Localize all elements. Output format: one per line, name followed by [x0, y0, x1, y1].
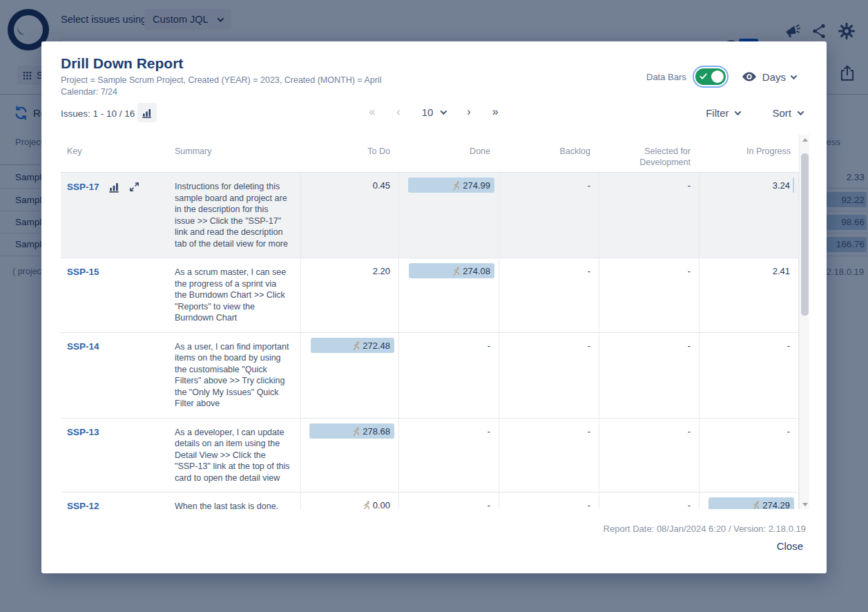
column-header-selected: Selected for Development: [599, 135, 699, 172]
toggle-knob: [711, 70, 724, 83]
todo-cell: 2.20: [300, 258, 398, 332]
bg-value-text: 166.76: [836, 239, 868, 249]
scroll-down-arrow[interactable]: [800, 499, 810, 509]
data-bars-label: Data Bars: [646, 72, 686, 82]
cell-value: 278.68: [351, 426, 390, 437]
cell-value: -: [688, 266, 691, 276]
column-header-key: Key: [61, 135, 169, 172]
sort-dropdown[interactable]: Sort: [772, 107, 803, 119]
table-row: SSP-14As a user, I can find important it…: [61, 333, 799, 419]
chevron-down-icon: [441, 108, 447, 115]
bg-value-text: 2.33: [847, 172, 868, 182]
cell-value: 2.41: [773, 266, 790, 276]
cell-value-text: -: [588, 266, 590, 276]
cell-value: -: [588, 500, 590, 509]
page: Select issues using Custom JQL: [0, 0, 868, 612]
inprogress-cell: 3.24: [699, 173, 799, 258]
cell-value: 0.45: [373, 180, 390, 191]
issue-key-link[interactable]: SSP-14: [67, 341, 99, 352]
bg-value-text: 92.22: [841, 195, 868, 205]
scroll-up-arrow[interactable]: [800, 135, 810, 144]
key-cell: SSP-13: [61, 419, 169, 493]
backlog-cell: -: [499, 493, 599, 509]
page-first-button[interactable]: «: [369, 106, 376, 118]
runner-icon: [362, 500, 372, 509]
cell-value-text: 272.48: [363, 341, 390, 351]
table-row: SSP-17Instructions for deleting this sam…: [61, 173, 799, 258]
done-cell: 274.99: [398, 173, 499, 258]
page-size-value: 10: [422, 106, 434, 118]
cell-value: -: [488, 500, 490, 509]
page-size-dropdown[interactable]: 10: [422, 106, 447, 118]
chevron-down-icon: [791, 73, 798, 79]
selected-cell: -: [599, 419, 699, 493]
column-header-summary: Summary: [169, 135, 300, 172]
data-bars-toggle[interactable]: [695, 68, 726, 85]
todo-cell: 272.48: [300, 333, 398, 418]
summary-cell: As a scrum master, I can see the progres…: [169, 258, 300, 332]
cell-value-text: 0.45: [373, 180, 390, 191]
close-button[interactable]: Close: [777, 540, 803, 552]
chevron-down-icon: [798, 108, 804, 115]
column-header-done: Done: [398, 135, 499, 172]
chevron-down-icon: [735, 108, 742, 115]
check-icon: [700, 73, 707, 80]
bar-chart-icon: [108, 181, 120, 193]
cell-value: -: [787, 341, 790, 351]
column-header-backlog: Backlog: [499, 135, 599, 172]
cell-value-text: -: [588, 500, 590, 509]
issues-table: KeySummaryTo DoDoneBacklogSelected for D…: [61, 135, 799, 509]
pagination: « ‹ 10 › »: [369, 106, 499, 118]
column-header-todo: To Do: [300, 135, 398, 172]
summary-cell: Instructions for deleting this sample bo…: [169, 173, 300, 258]
selected-cell: -: [599, 493, 699, 509]
runner-icon: [351, 341, 361, 351]
key-cell: SSP-12: [61, 493, 169, 509]
cell-value-text: -: [787, 341, 790, 351]
cell-value-text: -: [688, 341, 691, 351]
backlog-cell: -: [499, 419, 599, 493]
unit-dropdown[interactable]: Days: [742, 71, 796, 83]
page-prev-button[interactable]: ‹: [396, 106, 401, 118]
table-row: SSP-13As a developer, I can update detai…: [61, 419, 799, 493]
done-cell: 274.08: [398, 258, 499, 332]
cell-value: -: [688, 341, 691, 351]
modal-subtitle: Project = Sample Scrum Project, Created …: [61, 75, 381, 85]
cell-value: 272.48: [351, 341, 390, 351]
cell-value: -: [488, 341, 490, 351]
cell-value-text: 3.24: [773, 180, 790, 191]
page-next-button[interactable]: ›: [467, 106, 471, 118]
scrollbar-thumb[interactable]: [801, 153, 809, 316]
cell-value-text: -: [688, 180, 691, 191]
cell-value: -: [688, 500, 691, 509]
filter-label: Filter: [706, 107, 729, 119]
selected-cell: -: [599, 173, 699, 258]
summary-cell: As a developer, I can update details on …: [169, 419, 300, 493]
inprogress-cell: 274.29: [699, 493, 799, 509]
drill-down-report-modal: Drill Down Report Project = Sample Scrum…: [41, 41, 827, 573]
filter-dropdown[interactable]: Filter: [706, 107, 740, 119]
cell-value-text: 2.20: [373, 266, 390, 276]
cell-value: 0.00: [362, 500, 390, 509]
table-scrollbar[interactable]: [799, 135, 809, 509]
selected-cell: -: [599, 258, 699, 332]
cell-value-text: 278.68: [363, 426, 390, 437]
issues-count-label: Issues: 1 - 10 / 16: [61, 108, 135, 119]
bg-value-text: 98.66: [841, 217, 868, 227]
selected-cell: -: [599, 333, 699, 418]
issue-key-link[interactable]: SSP-17: [67, 182, 99, 192]
chart-view-button[interactable]: [137, 103, 157, 122]
issue-key-link[interactable]: SSP-13: [67, 427, 99, 437]
page-last-button[interactable]: »: [492, 106, 499, 118]
row-expand-button[interactable]: [129, 182, 139, 192]
done-cell: -: [398, 493, 499, 509]
runner-icon: [751, 500, 761, 509]
cell-value: 274.08: [452, 266, 490, 276]
issue-key-link[interactable]: SSP-12: [67, 501, 99, 509]
cell-value: -: [588, 341, 590, 351]
issue-key-link[interactable]: SSP-15: [67, 267, 99, 277]
modal-title: Drill Down Report: [61, 55, 183, 72]
row-chart-button[interactable]: [108, 181, 120, 193]
column-header-inprogress: In Progress: [699, 135, 799, 172]
cell-value-text: 274.29: [762, 500, 790, 509]
